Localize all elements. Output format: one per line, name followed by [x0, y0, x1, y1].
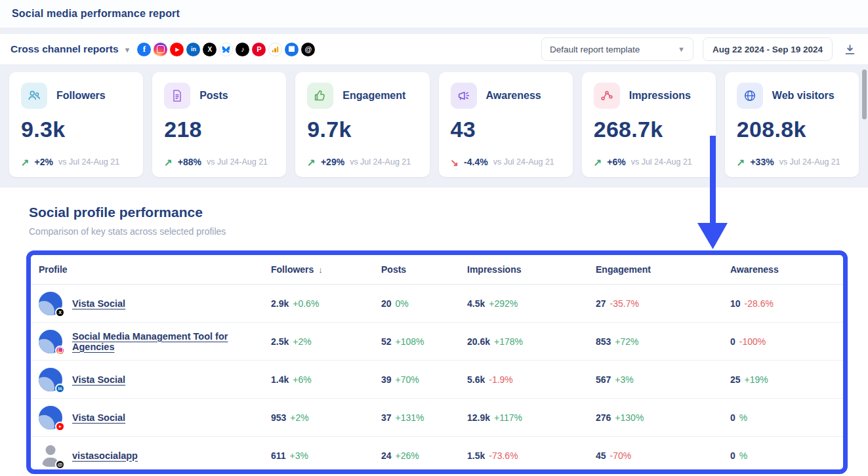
network-badge-icon [55, 422, 65, 431]
stat-card-label: Awareness [486, 90, 541, 102]
impressions-cell: 12.9k+117% [467, 412, 596, 423]
stat-card-followers: Followers 9.3k +2% vs Jul 24-Aug 21 [9, 72, 143, 177]
app-window: Social media performance report Cross ch… [0, 0, 868, 476]
tiktok-icon[interactable] [236, 43, 249, 56]
download-report-button[interactable] [842, 41, 858, 57]
impressions-cell: 4.5k+292% [467, 298, 596, 309]
bluesky-icon[interactable] [219, 43, 233, 56]
awareness-cell: 0% [730, 450, 843, 461]
stat-card-value: 9.7k [307, 117, 417, 142]
stat-card-impressions: Impressions 268.7k +6% vs Jul 24-Aug 21 [582, 72, 716, 177]
impressions-cell: 5.6k-1.9% [467, 374, 596, 385]
column-header-awareness[interactable]: Awareness [730, 264, 843, 275]
profile-cell: Vista Social [39, 406, 271, 429]
stat-card-value: 268.7k [594, 117, 704, 142]
stat-card-value: 43 [451, 117, 561, 142]
column-header-followers[interactable]: Followers [271, 264, 381, 275]
profile-performance-table: Profile Followers Posts Impressions Enga… [26, 250, 848, 474]
profile-link[interactable]: Vista Social [72, 412, 125, 423]
stat-card-label: Engagement [342, 90, 405, 102]
chevron-down-icon: ▼ [678, 45, 685, 53]
posts-cell: 52+108% [381, 336, 467, 347]
download-icon [844, 43, 856, 56]
google-business-icon[interactable] [285, 43, 299, 56]
network-badge-icon [55, 384, 65, 393]
stat-card-value: 218 [164, 117, 274, 142]
section-title: Social profile performance [29, 205, 868, 220]
engagement-cell: 276+130% [596, 412, 730, 423]
followers-cell: 2.9k+0.6% [271, 298, 381, 309]
profile-link[interactable]: Vista Social [72, 374, 125, 385]
threads-icon[interactable] [301, 43, 315, 56]
linkedin-icon[interactable] [186, 43, 200, 56]
profile-link[interactable]: vistasocialapp [72, 450, 138, 461]
vertical-scrollbar[interactable] [862, 69, 867, 119]
stat-card-compare-label: vs Jul 24-Aug 21 [493, 157, 554, 167]
awareness-cell: 25+19% [730, 374, 843, 385]
profile-link[interactable]: Vista Social [72, 298, 125, 309]
report-toolbar: Cross channel reports ▼ Default report t… [0, 34, 868, 64]
chevron-down-icon[interactable]: ▼ [124, 46, 131, 54]
followers-cell: 953+2% [271, 412, 381, 423]
column-header-posts[interactable]: Posts [381, 264, 467, 275]
network-filter-list [137, 43, 315, 56]
divider [0, 28, 868, 34]
stat-card-compare-label: vs Jul 24-Aug 21 [207, 157, 268, 167]
stat-card-delta: +88% [178, 157, 201, 167]
table-row: vistasocialapp 611+3% 24+26% 1.5k-73.6% … [31, 437, 843, 474]
profile-cell: Social Media Management Tool for Agencie… [39, 330, 271, 353]
profile-avatar [39, 330, 62, 353]
section-subtitle: Comparison of key stats across selected … [29, 226, 868, 237]
sort-desc-icon [314, 264, 323, 275]
awareness-cell: 10-28.6% [730, 298, 843, 309]
stat-card-label: Posts [199, 90, 228, 102]
column-header-engagement[interactable]: Engagement [596, 264, 730, 275]
web-visitors-icon [737, 83, 763, 109]
posts-cell: 39+70% [381, 374, 467, 385]
social-profile-performance-section: Social profile performance Comparison of… [0, 188, 868, 476]
engagement-cell: 853+72% [596, 336, 730, 347]
column-header-impressions[interactable]: Impressions [467, 264, 596, 275]
google-analytics-icon[interactable] [268, 43, 282, 56]
posts-cell: 24+26% [381, 450, 467, 461]
network-badge-icon [55, 346, 65, 355]
stat-card-engagement: Engagement 9.7k +29% vs Jul 24-Aug 21 [295, 72, 429, 177]
posts-icon [164, 83, 190, 109]
report-template-select[interactable]: Default report template ▼ [541, 37, 693, 61]
page-title: Social media performance report [12, 8, 180, 20]
column-header-profile[interactable]: Profile [39, 264, 271, 275]
impressions-cell: 20.6k+178% [467, 336, 596, 347]
instagram-icon[interactable] [154, 43, 167, 56]
stat-card-web-visitors: Web visitors 208.8k +33% vs Jul 24-Aug 2… [725, 72, 859, 177]
pinterest-icon[interactable] [252, 43, 266, 56]
report-type-selector[interactable]: Cross channel reports [10, 43, 119, 55]
followers-cell: 611+3% [271, 450, 381, 461]
date-range-picker[interactable]: Aug 22 2024 - Sep 19 2024 [703, 37, 833, 61]
awareness-cell: 0% [730, 412, 843, 423]
profile-link[interactable]: Social Media Management Tool for Agencie… [72, 331, 271, 352]
stat-card-compare-label: vs Jul 24-Aug 21 [631, 157, 692, 167]
stat-card-delta: +6% [607, 157, 625, 167]
profile-avatar [39, 444, 62, 467]
profile-cell: vistasocialapp [39, 444, 271, 467]
date-range-value: Aug 22 2024 - Sep 19 2024 [713, 45, 823, 54]
title-bar: Social media performance report [0, 0, 868, 28]
trend-up-icon [164, 157, 173, 167]
stat-card-delta: +29% [321, 157, 344, 167]
toolbar-right-group: Default report template ▼ Aug 22 2024 - … [541, 37, 858, 61]
x-icon[interactable] [203, 43, 217, 56]
facebook-icon[interactable] [137, 43, 151, 56]
stat-card-posts: Posts 218 +88% vs Jul 24-Aug 21 [152, 72, 286, 177]
stat-card-label: Impressions [629, 90, 691, 102]
engagement-cell: 567+3% [596, 374, 730, 385]
report-template-value: Default report template [550, 45, 640, 54]
engagement-cell: 45-70% [596, 450, 730, 461]
youtube-icon[interactable] [170, 43, 184, 56]
posts-cell: 37+131% [381, 412, 467, 423]
trend-up-icon [307, 157, 316, 167]
stat-card-value: 208.8k [737, 117, 847, 142]
network-badge-icon [55, 307, 65, 317]
stat-card-label: Web visitors [772, 90, 835, 102]
followers-cell: 2.5k+2% [271, 336, 381, 347]
stat-card-value: 9.3k [21, 117, 131, 142]
